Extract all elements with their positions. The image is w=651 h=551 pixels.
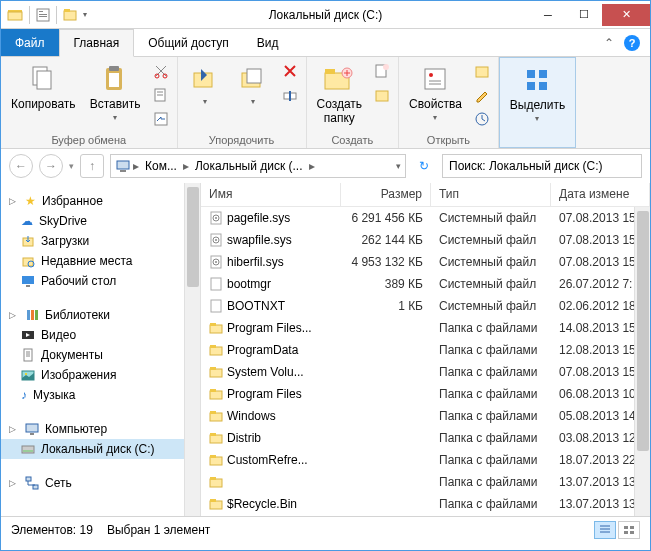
file-name: Windows [227, 409, 276, 423]
scrollbar-thumb[interactable] [637, 211, 649, 451]
moveto-button[interactable]: ▾ [184, 61, 226, 108]
file-list: Имя Размер Тип Дата измене pagefile.sys6… [201, 183, 650, 516]
forward-button[interactable]: → [39, 154, 63, 178]
recent-dropdown-icon[interactable]: ▾ [69, 161, 74, 171]
table-row[interactable]: $Recycle.BinПапка с файлами13.07.2013 13 [201, 493, 650, 515]
window-title: Локальный диск (C:) [269, 8, 383, 22]
history-icon[interactable] [472, 109, 492, 129]
newfolder-button[interactable]: Создать папку [313, 61, 367, 127]
col-size[interactable]: Размер [341, 183, 431, 206]
copyto-button[interactable]: ▾ [232, 61, 274, 108]
newitem-icon[interactable] [372, 61, 392, 81]
chevron-down-icon: ▾ [113, 113, 117, 122]
properties-icon[interactable] [36, 8, 50, 22]
select-icon [521, 64, 553, 96]
chevron-right-icon[interactable]: ▸ [309, 159, 315, 173]
up-button[interactable]: ↑ [80, 154, 104, 178]
breadcrumb[interactable]: ▸ Ком... ▸ Локальный диск (... ▸ ▾ [110, 154, 406, 178]
chevron-right-icon[interactable]: ▸ [183, 159, 189, 173]
sidebar-item-downloads[interactable]: Загрузки [1, 231, 200, 251]
newfolder-icon[interactable] [63, 8, 79, 22]
sidebar-item-documents[interactable]: Документы [1, 345, 200, 365]
tab-view[interactable]: Вид [243, 29, 293, 56]
back-button[interactable]: ← [9, 154, 33, 178]
tab-file[interactable]: Файл [1, 29, 59, 56]
copy-button[interactable]: Копировать [7, 61, 80, 113]
properties-button[interactable]: Свойства ▾ [405, 61, 466, 124]
view-icons-button[interactable] [618, 521, 640, 539]
file-name: Program Files... [227, 321, 312, 335]
maximize-button[interactable]: ☐ [566, 4, 602, 26]
paste-button[interactable]: Вставить ▾ [86, 61, 145, 124]
sidebar-item-desktop[interactable]: Рабочий стол [1, 271, 200, 291]
separator [56, 6, 57, 24]
breadcrumb-dropdown-icon[interactable]: ▾ [396, 161, 401, 171]
view-details-button[interactable] [594, 521, 616, 539]
sidebar-item-music[interactable]: ♪Музыка [1, 385, 200, 405]
table-row[interactable]: CustomRefre...Папка с файлами18.07.2013 … [201, 449, 650, 471]
chevron-right-icon[interactable]: ▸ [133, 159, 139, 173]
table-row[interactable]: System Volu...Папка с файлами07.08.2013 … [201, 361, 650, 383]
sidebar-computer[interactable]: ▷Компьютер [1, 419, 200, 439]
sidebar-label: Недавние места [41, 254, 132, 268]
tab-home[interactable]: Главная [59, 29, 135, 57]
filelist-scrollbar[interactable] [634, 207, 650, 516]
file-type: Папка с файлами [431, 407, 551, 425]
svg-rect-4 [39, 14, 47, 15]
breadcrumb-segment[interactable]: Ком... [141, 159, 181, 173]
table-row[interactable]: pagefile.sys6 291 456 КБСистемный файл07… [201, 207, 650, 229]
table-row[interactable]: hiberfil.sys4 953 132 КБСистемный файл07… [201, 251, 650, 273]
cloud-icon: ☁ [21, 214, 33, 228]
sidebar-item-skydrive[interactable]: ☁SkyDrive [1, 211, 200, 231]
content: ▷★Избранное ☁SkyDrive Загрузки Недавние … [1, 183, 650, 516]
table-row[interactable]: Program FilesПапка с файлами06.08.2013 1… [201, 383, 650, 405]
refresh-button[interactable]: ↻ [412, 154, 436, 178]
sidebar-scrollbar[interactable] [184, 183, 200, 516]
copy-path-icon[interactable] [151, 85, 171, 105]
cut-icon[interactable] [151, 61, 171, 81]
search-input[interactable]: Поиск: Локальный диск (C:) [442, 154, 642, 178]
svg-rect-5 [39, 16, 47, 17]
chevron-up-icon[interactable]: ⌃ [604, 36, 614, 50]
table-row[interactable]: BOOTNXT1 КБСистемный файл02.06.2012 18 [201, 295, 650, 317]
sidebar-network[interactable]: ▷Сеть [1, 473, 200, 493]
table-row[interactable]: ProgramDataПапка с файлами12.08.2013 15 [201, 339, 650, 361]
table-row[interactable]: swapfile.sys262 144 КБСистемный файл07.0… [201, 229, 650, 251]
qat: ▾ [1, 6, 93, 24]
file-type: Папка с файлами [431, 385, 551, 403]
sidebar-favorites[interactable]: ▷★Избранное [1, 191, 200, 211]
table-row[interactable]: bootmgr389 КБСистемный файл26.07.2012 7: [201, 273, 650, 295]
sidebar-item-video[interactable]: Видео [1, 325, 200, 345]
file-name: bootmgr [227, 277, 271, 291]
breadcrumb-segment[interactable]: Локальный диск (... [191, 159, 307, 173]
open-icon[interactable] [472, 61, 492, 81]
sidebar-item-recent[interactable]: Недавние места [1, 251, 200, 271]
help-icon[interactable]: ? [624, 35, 640, 51]
sidebar-item-localdisk[interactable]: Локальный диск (C:) [1, 439, 200, 459]
table-row[interactable]: DistribПапка с файлами03.08.2013 12 [201, 427, 650, 449]
table-row[interactable]: WindowsПапка с файлами05.08.2013 14 [201, 405, 650, 427]
sidebar-label: Сеть [45, 476, 72, 490]
select-button[interactable]: Выделить ▾ [506, 62, 569, 125]
svg-rect-37 [120, 170, 126, 172]
col-date[interactable]: Дата измене [551, 183, 650, 206]
paste-shortcut-icon[interactable] [151, 109, 171, 129]
qat-dropdown-icon[interactable]: ▾ [83, 10, 87, 19]
sidebar-libraries[interactable]: ▷Библиотеки [1, 305, 200, 325]
tab-share[interactable]: Общий доступ [134, 29, 243, 56]
col-name[interactable]: Имя [201, 183, 341, 206]
table-row[interactable]: Program Files...Папка с файлами14.08.201… [201, 317, 650, 339]
easyaccess-icon[interactable] [372, 85, 392, 105]
svg-rect-50 [26, 424, 38, 432]
close-button[interactable]: ✕ [602, 4, 650, 26]
group-organize-label: Упорядочить [184, 132, 300, 146]
table-row[interactable]: Папка с файлами13.07.2013 13 [201, 471, 650, 493]
minimize-button[interactable]: ─ [530, 4, 566, 26]
col-type[interactable]: Тип [431, 183, 551, 206]
edit-icon[interactable] [472, 85, 492, 105]
delete-icon[interactable] [280, 61, 300, 81]
sidebar-item-images[interactable]: Изображения [1, 365, 200, 385]
svg-rect-28 [425, 69, 445, 89]
scrollbar-thumb[interactable] [187, 187, 199, 287]
rename-icon[interactable] [280, 85, 300, 105]
